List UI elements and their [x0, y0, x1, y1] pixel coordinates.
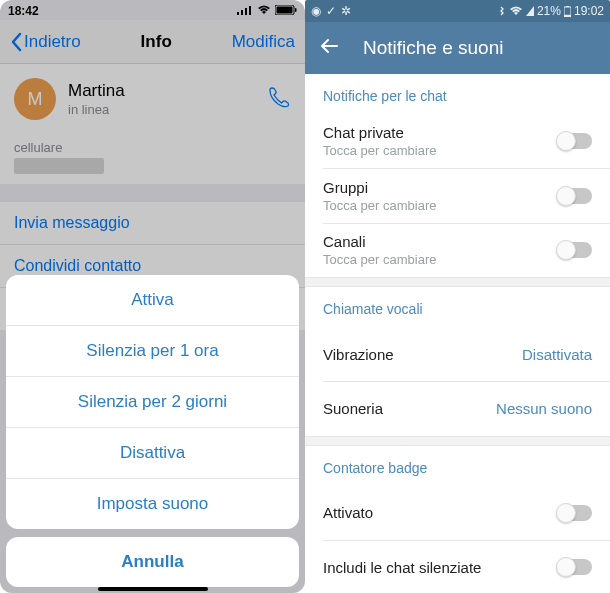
phone-value-redacted: [14, 158, 104, 174]
battery-icon: [564, 6, 571, 17]
sheet-option-set-sound[interactable]: Imposta suono: [6, 479, 299, 529]
row-label: Chat private: [323, 124, 558, 141]
toggle-badge-enabled[interactable]: [558, 505, 592, 521]
phone-icon: [267, 85, 291, 109]
android-screen: ◉ ✓ ✲ 21% 19:02 Notifiche e suoni Notifi…: [305, 0, 610, 593]
contact-meta: Martina in linea: [68, 81, 267, 117]
row-vibration[interactable]: Vibrazione Disattivata: [305, 327, 610, 381]
row-value: Nessun suono: [496, 400, 592, 417]
sheet-option-disable[interactable]: Disattiva: [6, 428, 299, 479]
back-button[interactable]: Indietro: [10, 32, 81, 52]
row-label: Gruppi: [323, 179, 558, 196]
status-right-icons: 21% 19:02: [500, 4, 604, 18]
svg-rect-6: [295, 8, 297, 12]
toggle-include-muted[interactable]: [558, 559, 592, 575]
section-gap: [305, 436, 610, 446]
svg-rect-9: [566, 6, 569, 7]
row-sub: Tocca per cambiare: [323, 143, 558, 158]
row-label: Suoneria: [323, 400, 496, 417]
send-message-link[interactable]: Invia messaggio: [0, 202, 305, 245]
toggle-groups[interactable]: [558, 188, 592, 204]
svg-rect-5: [277, 7, 293, 14]
app-bar-title: Notifiche e suoni: [363, 37, 503, 59]
arrow-left-icon: [319, 36, 339, 56]
wifi-icon: [257, 4, 271, 18]
phone-label: cellulare: [14, 140, 291, 155]
action-sheet: Attiva Silenzia per 1 ora Silenzia per 2…: [6, 275, 299, 587]
settings-list[interactable]: Notifiche per le chat Chat private Tocca…: [305, 74, 610, 593]
android-status-bar: ◉ ✓ ✲ 21% 19:02: [305, 0, 610, 22]
row-label: Includi le chat silenziate: [323, 559, 558, 576]
row-badge-enabled[interactable]: Attivato: [305, 486, 610, 540]
svg-rect-1: [241, 10, 243, 15]
contact-status: in linea: [68, 102, 267, 117]
android-app-bar: Notifiche e suoni: [305, 22, 610, 74]
wifi-icon: [509, 6, 523, 16]
row-sub: Tocca per cambiare: [323, 252, 558, 267]
ios-nav-bar: Indietro Info Modifica: [0, 20, 305, 64]
row-sub: Tocca per cambiare: [323, 198, 558, 213]
vibrate-icon: [500, 6, 506, 16]
toggle-channels[interactable]: [558, 242, 592, 258]
check-icon: ✓: [326, 4, 336, 18]
row-include-muted[interactable]: Includi le chat silenziate: [305, 540, 610, 593]
signal-icon: [237, 4, 253, 18]
phone-field: cellulare: [0, 134, 305, 184]
row-label: Canali: [323, 233, 558, 250]
telegram-icon: ◉: [311, 4, 321, 18]
home-indicator: [98, 587, 208, 591]
nav-title: Info: [141, 32, 172, 52]
ios-status-bar: 18:42: [0, 0, 305, 20]
sheet-option-mute-2d[interactable]: Silenzia per 2 giorni: [6, 377, 299, 428]
section-badge-title: Contatore badge: [305, 446, 610, 486]
row-private-chats[interactable]: Chat private Tocca per cambiare: [305, 114, 610, 168]
status-time: 19:02: [574, 4, 604, 18]
back-label: Indietro: [24, 32, 81, 52]
contact-header: M Martina in linea: [0, 64, 305, 134]
chevron-left-icon: [10, 32, 22, 52]
toggle-private-chats[interactable]: [558, 133, 592, 149]
settings-gear-icon: ✲: [341, 4, 351, 18]
status-left-icons: ◉ ✓ ✲: [311, 4, 351, 18]
svg-rect-0: [237, 12, 239, 15]
action-sheet-options: Attiva Silenzia per 1 ora Silenzia per 2…: [6, 275, 299, 529]
sheet-cancel-button[interactable]: Annulla: [6, 537, 299, 587]
battery-icon: [275, 4, 297, 18]
contact-name: Martina: [68, 81, 267, 101]
signal-icon: [526, 6, 534, 16]
avatar[interactable]: M: [14, 78, 56, 120]
battery-percent: 21%: [537, 4, 561, 18]
row-groups[interactable]: Gruppi Tocca per cambiare: [305, 169, 610, 223]
sheet-option-mute-1h[interactable]: Silenzia per 1 ora: [6, 326, 299, 377]
call-button[interactable]: [267, 85, 291, 113]
svg-rect-3: [249, 6, 251, 15]
row-label: Vibrazione: [323, 346, 522, 363]
row-ringtone[interactable]: Suoneria Nessun suono: [305, 382, 610, 436]
section-gap: [305, 277, 610, 287]
row-channels[interactable]: Canali Tocca per cambiare: [305, 223, 610, 277]
svg-rect-2: [245, 8, 247, 15]
row-label: Attivato: [323, 504, 558, 521]
edit-button[interactable]: Modifica: [232, 32, 295, 52]
ios-screen: 18:42 Indietro Info Modifica M Martina i…: [0, 0, 305, 593]
back-button[interactable]: [319, 36, 339, 60]
svg-rect-8: [564, 14, 571, 16]
section-voice-title: Chiamate vocali: [305, 287, 610, 327]
sheet-option-enable[interactable]: Attiva: [6, 275, 299, 326]
status-indicators: [237, 4, 297, 18]
row-value: Disattivata: [522, 346, 592, 363]
status-time: 18:42: [8, 4, 39, 18]
section-chat-title: Notifiche per le chat: [305, 74, 610, 114]
